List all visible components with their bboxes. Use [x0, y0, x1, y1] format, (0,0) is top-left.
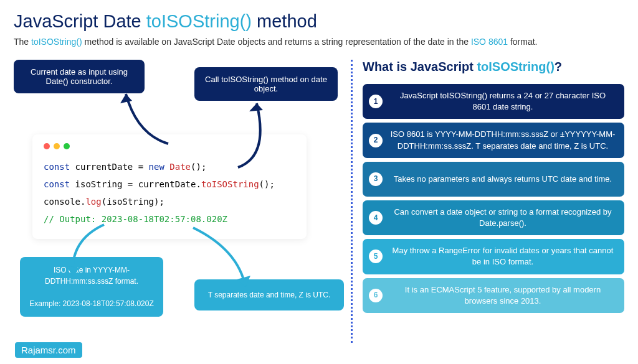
list-item: 4Can convert a date object or string to …	[363, 200, 624, 235]
badge-6: 6	[369, 289, 383, 302]
code-line-3: console.log(isoString);	[44, 193, 295, 210]
code-example: const currentDate = new Date(); const is…	[32, 134, 307, 239]
right-title: What is JavaScript toISOString()?	[363, 60, 624, 74]
callout-call-method: Call toISOString() method on date object…	[194, 67, 338, 101]
left-column: Current date as input using Date() const…	[14, 60, 341, 343]
info-list: 1JavaScript toISOString() returns a 24 o…	[363, 84, 624, 313]
column-divider	[351, 60, 353, 343]
list-item: 1JavaScript toISOString() returns a 24 o…	[363, 84, 624, 119]
watermark: Rajamsr.com	[15, 342, 82, 358]
callout-tz-separator: T separates date and time, Z is UTC.	[194, 279, 344, 310]
list-item: 5May throw a RangeError for invalid date…	[363, 239, 624, 274]
callout-iso-format: ISO date in YYYY-MM-DDTHH:mm:ss.sssZ for…	[20, 257, 163, 317]
list-item: 2ISO 8601 is YYYY-MM-DDTHH:mm:ss.sssZ or…	[363, 123, 624, 157]
right-column: What is JavaScript toISOString()? 1JavaS…	[363, 60, 624, 343]
badge-2: 2	[369, 134, 383, 147]
list-item: 3Takes no parameters and always returns …	[363, 162, 624, 197]
list-item: 6It is an ECMAScript 5 feature, supporte…	[363, 278, 624, 313]
code-line-2: const isoString = currentDate.toISOStrin…	[44, 175, 295, 193]
badge-1: 1	[369, 95, 383, 108]
badge-5: 5	[369, 250, 383, 263]
badge-3: 3	[369, 172, 383, 186]
page-title: JavaScript Date toISOString() method	[14, 11, 624, 32]
page-subtitle: The toISOString() method is available on…	[14, 35, 624, 49]
code-line-1: const currentDate = new Date();	[44, 158, 295, 175]
code-output-comment: // Output: 2023-08-18T02:57:08.020Z	[44, 210, 295, 228]
callout-date-constructor: Current date as input using Date() const…	[14, 60, 145, 93]
badge-4: 4	[369, 211, 383, 225]
window-dots	[44, 143, 295, 149]
